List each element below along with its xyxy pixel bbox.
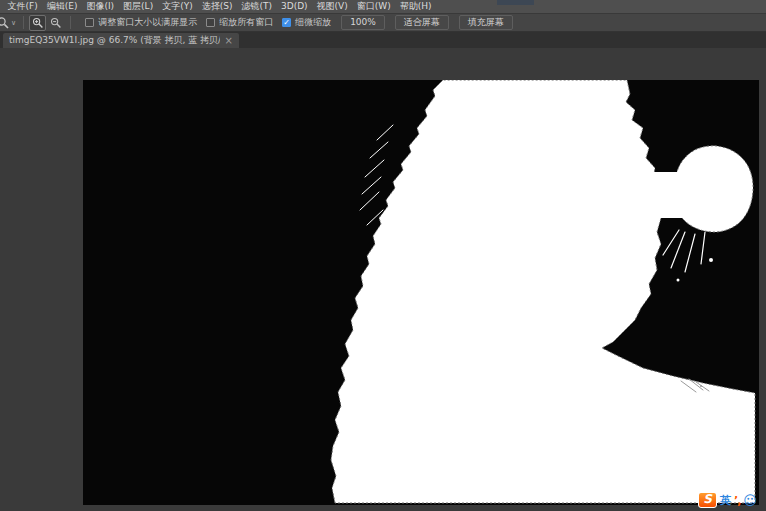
ime-emoji-icon[interactable]: ☺ bbox=[743, 494, 757, 507]
menu-edit[interactable]: 编辑(E) bbox=[42, 0, 82, 13]
menu-window[interactable]: 窗口(W) bbox=[352, 0, 395, 13]
resize-windows-to-fit-checkbox[interactable]: 调整窗口大小以满屏显示 bbox=[85, 16, 197, 29]
ime-punctuation-icon[interactable]: ’, bbox=[734, 494, 740, 507]
document-tab[interactable]: timgEQ35VW1I.jpg @ 66.7% (背景 拷贝, 蓝 拷贝/8)… bbox=[3, 33, 239, 48]
menu-3d[interactable]: 3D(D) bbox=[276, 0, 312, 13]
document-canvas[interactable] bbox=[83, 80, 759, 505]
menu-image[interactable]: 图像(I) bbox=[82, 0, 119, 13]
checkbox-label: 调整窗口大小以满屏显示 bbox=[98, 16, 197, 29]
menu-help[interactable]: 帮助(H) bbox=[395, 0, 436, 13]
menu-bar: 文件(F) 编辑(E) 图像(I) 图层(L) 文字(Y) 选择(S) 滤镜(T… bbox=[0, 0, 766, 13]
checkbox-checked[interactable]: ✓ bbox=[282, 18, 291, 27]
menu-layer[interactable]: 图层(L) bbox=[119, 0, 158, 13]
scrubby-zoom-checkbox[interactable]: ✓ 细微缩放 bbox=[282, 16, 331, 29]
zoom-out-button[interactable] bbox=[47, 15, 64, 31]
document-tab-title: timgEQ35VW1I.jpg @ 66.7% (背景 拷贝, 蓝 拷贝/8)… bbox=[9, 34, 220, 47]
fill-screen-button[interactable]: 填充屏幕 bbox=[459, 15, 513, 30]
menu-select[interactable]: 选择(S) bbox=[197, 0, 237, 13]
ime-language-mode[interactable]: 英 bbox=[720, 493, 731, 508]
divider bbox=[23, 16, 24, 29]
zoom-in-button[interactable] bbox=[29, 15, 46, 31]
document-tab-bar: timgEQ35VW1I.jpg @ 66.7% (背景 拷贝, 蓝 拷贝/8)… bbox=[0, 32, 766, 48]
menu-file[interactable]: 文件(F) bbox=[3, 0, 42, 13]
canvas-pasteboard bbox=[0, 48, 766, 511]
checkbox-label: 细微缩放 bbox=[295, 16, 331, 29]
tool-preset-caret-icon[interactable]: ∨ bbox=[11, 19, 16, 27]
checkbox-unchecked[interactable] bbox=[85, 18, 94, 27]
close-tab-icon[interactable]: × bbox=[225, 36, 233, 46]
divider bbox=[70, 16, 71, 29]
checkbox-unchecked[interactable] bbox=[206, 18, 215, 27]
ime-status-bar: S 英 ’, ☺ bbox=[698, 491, 757, 509]
menu-filter[interactable]: 滤镜(T) bbox=[237, 0, 277, 13]
menu-view[interactable]: 视图(V) bbox=[312, 0, 352, 13]
menu-type[interactable]: 文字(Y) bbox=[158, 0, 198, 13]
tool-options-bar: ∨ 调整窗口大小以满屏显示 缩放所有窗口 ✓ 细微缩放 100% 适合屏幕 填充… bbox=[0, 13, 766, 32]
zoom-tool-icon[interactable] bbox=[0, 16, 10, 30]
mask-silhouette bbox=[83, 80, 759, 505]
zoom-all-windows-checkbox[interactable]: 缩放所有窗口 bbox=[206, 16, 273, 29]
fit-screen-button[interactable]: 适合屏幕 bbox=[395, 15, 449, 30]
titlebar-artifact bbox=[497, 0, 534, 5]
zoom-100-button[interactable]: 100% bbox=[341, 15, 385, 30]
sogou-logo-icon[interactable]: S bbox=[698, 492, 717, 508]
checkbox-label: 缩放所有窗口 bbox=[219, 16, 273, 29]
